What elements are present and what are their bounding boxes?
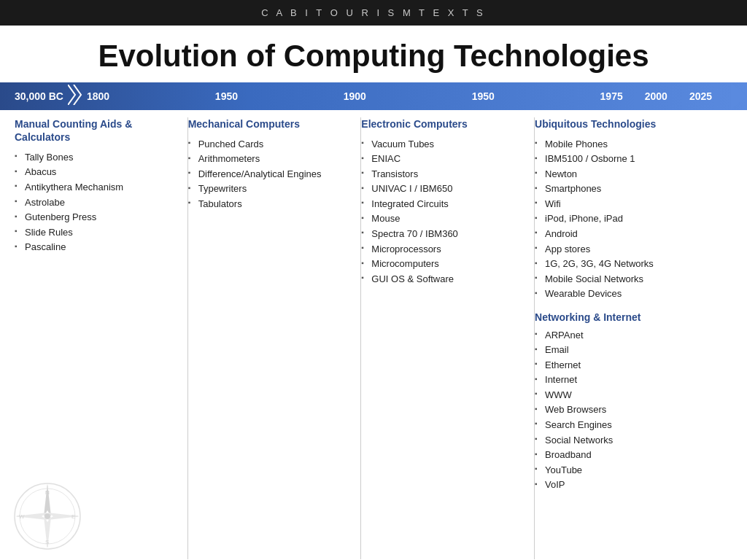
list-item: Abacus — [15, 165, 182, 180]
svg-text:N: N — [45, 489, 50, 496]
list-item: Pascaline — [15, 240, 182, 255]
column-ubiquitous: Ubiquitous Technologies Mobile Phones IB… — [535, 117, 732, 559]
top-bar: C A B I T O U R I S M T E X T S — [0, 0, 747, 26]
list-item: Vacuum Tubes — [361, 136, 528, 152]
list-item: Email — [535, 343, 727, 358]
list-item: VoIP — [535, 478, 727, 493]
timeline-arrow — [731, 82, 747, 110]
list-item: Social Networks — [535, 432, 727, 448]
zigzag-break — [68, 85, 82, 108]
list-item: Smartphones — [535, 182, 727, 197]
list-item: Mouse — [361, 211, 528, 227]
list-item: Mobile Social Networks — [535, 271, 727, 287]
list-item: iPod, iPhone, iPad — [535, 211, 727, 227]
epoch-1: 1800 — [87, 90, 109, 102]
list-item: Web Browsers — [535, 402, 727, 418]
svg-marker-7 — [26, 518, 46, 537]
compass-watermark: N S E W — [11, 480, 84, 553]
list-item: Tabulators — [188, 196, 355, 211]
list-item: Transistors — [361, 166, 528, 182]
svg-text:E: E — [71, 513, 75, 520]
column-mechanical: Mechanical Computers Punched Cards Arith… — [188, 117, 362, 559]
list-item: Antikythera Mechanism — [15, 179, 182, 195]
list-item: App stores — [535, 241, 727, 257]
timeline-bar: 30,000 BC 1800 1950 1900 1950 1975 2000 … — [0, 82, 747, 110]
networking-section-header: Networking & Internet — [535, 311, 727, 323]
column-mechanical-header: Mechanical Computers — [188, 117, 355, 131]
list-item: Integrated Circuits — [361, 196, 528, 211]
svg-point-10 — [44, 513, 50, 519]
networking-list: ARPAnet Email Ethernet Internet WWW Web … — [535, 327, 727, 492]
column-ubiquitous-header: Ubiquitous Technologies — [535, 117, 727, 131]
svg-text:W: W — [19, 513, 25, 520]
list-item: Wifi — [535, 196, 727, 211]
list-item: Internet — [535, 373, 727, 388]
top-bar-label: C A B I T O U R I S M T E X T S — [261, 7, 486, 18]
epoch-7: 2025 — [689, 90, 712, 102]
column-manual-header: Manual Counting Aids & Calculators — [15, 117, 182, 144]
column-ubiquitous-list: Mobile Phones IBM5100 / Osborne 1 Newton… — [535, 136, 727, 301]
list-item: Spectra 70 / IBM360 — [361, 226, 528, 241]
page-title: Evolution of Computing Technologies — [0, 26, 747, 82]
list-item: YouTube — [535, 462, 727, 478]
list-item: Mobile Phones — [535, 136, 727, 152]
column-electronic-header: Electronic Computers — [361, 117, 528, 131]
column-electronic: Electronic Computers Vacuum Tubes ENIAC … — [361, 117, 535, 559]
content-area: Manual Counting Aids & Calculators Tally… — [0, 110, 747, 559]
list-item: Wearable Devices — [535, 287, 727, 302]
list-item: Android — [535, 226, 727, 241]
epoch-4: 1950 — [472, 90, 495, 102]
list-item: Microcomputers — [361, 257, 528, 272]
list-item: Search Engines — [535, 417, 727, 432]
list-item: Gutenberg Press — [15, 210, 182, 225]
list-item: 1G, 2G, 3G, 4G Networks — [535, 257, 727, 272]
list-item: Typewriters — [188, 182, 355, 197]
epoch-5: 1975 — [600, 90, 623, 102]
list-item: UNIVAC I / IBM650 — [361, 182, 528, 197]
svg-marker-8 — [26, 495, 46, 515]
list-item: WWW — [535, 387, 727, 402]
list-item: Microprocessors — [361, 241, 528, 257]
svg-marker-6 — [49, 495, 69, 515]
list-item: Astrolabe — [15, 195, 182, 210]
list-item: Ethernet — [535, 357, 727, 373]
svg-text:S: S — [45, 539, 49, 545]
list-item: Punched Cards — [188, 136, 355, 152]
list-item: Difference/Analytical Engines — [188, 166, 355, 182]
epoch-6: 2000 — [645, 90, 667, 102]
list-item: IBM5100 / Osborne 1 — [535, 152, 727, 167]
svg-marker-9 — [49, 518, 69, 537]
epoch-2: 1950 — [215, 90, 238, 102]
list-item: Broadband — [535, 448, 727, 463]
list-item: GUI OS & Software — [361, 271, 528, 287]
list-item: Slide Rules — [15, 225, 182, 240]
list-item: Tally Bones — [15, 149, 182, 165]
list-item: ARPAnet — [535, 327, 727, 343]
list-item: Newton — [535, 166, 727, 182]
column-manual-list: Tally Bones Abacus Antikythera Mechanism… — [15, 149, 182, 254]
list-item: ENIAC — [361, 152, 528, 167]
column-mechanical-list: Punched Cards Arithmometers Difference/A… — [188, 136, 355, 211]
list-item: Arithmometers — [188, 152, 355, 167]
epoch-0: 30,000 BC — [15, 90, 63, 102]
epoch-3: 1900 — [344, 90, 366, 102]
column-electronic-list: Vacuum Tubes ENIAC Transistors UNIVAC I … — [361, 136, 528, 286]
